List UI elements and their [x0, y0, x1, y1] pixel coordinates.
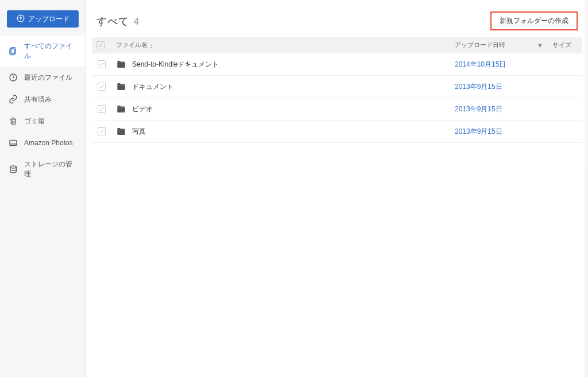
col-date[interactable]: アップロード日時 ▼ [450, 37, 548, 53]
row-select-cell[interactable] [92, 76, 111, 98]
row-select-cell[interactable] [92, 53, 111, 76]
sidebar-item-1[interactable]: 最近のファイル [0, 67, 86, 88]
sidebar-item-5[interactable]: ストレージの管理 [0, 154, 86, 185]
row-name: 写真 [132, 127, 146, 137]
row-checkbox[interactable] [98, 83, 106, 91]
table-row[interactable]: Send-to-Kindleドキュメント2014年10月15日 [92, 53, 582, 76]
upload-icon [17, 14, 25, 24]
file-table: ファイル名 ↓ アップロード日時 ▼ サイズ Send-to [92, 37, 582, 143]
new-folder-label: 新規フォルダーの作成 [500, 17, 568, 25]
new-folder-button[interactable]: 新規フォルダーの作成 [490, 11, 578, 30]
sidebar-item-3[interactable]: ゴミ箱 [0, 110, 86, 132]
clock-icon [8, 72, 18, 83]
row-size [548, 76, 582, 98]
row-name-cell[interactable]: 写真 [111, 121, 450, 143]
item-count: 4 [134, 17, 139, 27]
scrollbar[interactable] [585, 0, 588, 377]
sidebar-item-label: ストレージの管理 [24, 160, 78, 179]
row-date: 2013年9月15日 [450, 76, 548, 98]
main-area: すべて 4 新規フォルダーの作成 ファイル名 [86, 0, 588, 377]
storage-icon [8, 164, 18, 174]
table-row[interactable]: 写真2013年9月15日 [92, 121, 582, 143]
row-select-cell[interactable] [92, 121, 111, 143]
row-name-cell[interactable]: ドキュメント [111, 76, 450, 98]
select-all-checkbox[interactable] [96, 41, 105, 49]
folder-icon [116, 81, 126, 92]
svg-rect-4 [10, 140, 17, 145]
title-wrap: すべて 4 [96, 14, 139, 28]
folder-icon [116, 104, 126, 114]
sidebar-item-label: Amazon Photos [24, 139, 73, 147]
row-date: 2013年9月15日 [450, 121, 548, 143]
row-select-cell[interactable] [92, 98, 111, 121]
sidebar-item-4[interactable]: Amazon Photos [0, 132, 86, 154]
sidebar-item-0[interactable]: すべてのファイル [0, 36, 86, 67]
col-size[interactable]: サイズ [548, 37, 582, 53]
link-icon [8, 94, 18, 104]
row-name-cell[interactable]: Send-to-Kindleドキュメント [111, 53, 450, 76]
row-date: 2013年9月15日 [450, 98, 548, 121]
col-date-label: アップロード日時 [455, 41, 505, 49]
row-size [548, 121, 582, 143]
folder-icon [116, 59, 126, 69]
sidebar-item-label: ゴミ箱 [24, 116, 45, 126]
row-size [548, 53, 582, 76]
upload-label: アップロード [28, 14, 69, 24]
photos-icon [8, 138, 18, 148]
sort-indicator-icon: ▼ [537, 42, 543, 49]
sidebar-nav: すべてのファイル最近のファイル共有済みゴミ箱Amazon Photosストレージ… [0, 36, 86, 185]
table-row[interactable]: ドキュメント2013年9月15日 [92, 76, 582, 98]
sort-down-icon: ↓ [150, 42, 153, 49]
folder-icon [116, 126, 126, 137]
upload-button[interactable]: アップロード [7, 10, 79, 28]
row-size [548, 98, 582, 121]
main-header: すべて 4 新規フォルダーの作成 [86, 0, 588, 37]
page-title: すべて [96, 14, 129, 28]
col-name-label: ファイル名 [116, 41, 148, 49]
table-row[interactable]: ビデオ2013年9月15日 [92, 98, 582, 121]
files-icon [8, 46, 18, 56]
sidebar-item-label: 共有済み [24, 95, 52, 104]
col-select[interactable] [92, 37, 111, 53]
svg-point-5 [10, 166, 16, 168]
row-checkbox[interactable] [98, 127, 106, 135]
row-name: ビデオ [132, 104, 153, 114]
row-name: ドキュメント [132, 82, 173, 92]
row-checkbox[interactable] [98, 60, 106, 68]
row-date: 2014年10月15日 [450, 53, 548, 76]
trash-icon [8, 116, 18, 126]
app-root: アップロード すべてのファイル最近のファイル共有済みゴミ箱Amazon Phot… [0, 0, 588, 377]
sidebar-item-label: すべてのファイル [24, 41, 78, 61]
table-header-row: ファイル名 ↓ アップロード日時 ▼ サイズ [92, 37, 582, 53]
col-name[interactable]: ファイル名 ↓ [111, 37, 450, 53]
row-name: Send-to-Kindleドキュメント [132, 60, 219, 69]
row-name-cell[interactable]: ビデオ [111, 98, 450, 121]
row-checkbox[interactable] [98, 105, 106, 113]
col-size-label: サイズ [552, 41, 571, 48]
sidebar-item-2[interactable]: 共有済み [0, 88, 86, 110]
sidebar-item-label: 最近のファイル [24, 73, 72, 83]
sidebar: アップロード すべてのファイル最近のファイル共有済みゴミ箱Amazon Phot… [0, 0, 86, 377]
